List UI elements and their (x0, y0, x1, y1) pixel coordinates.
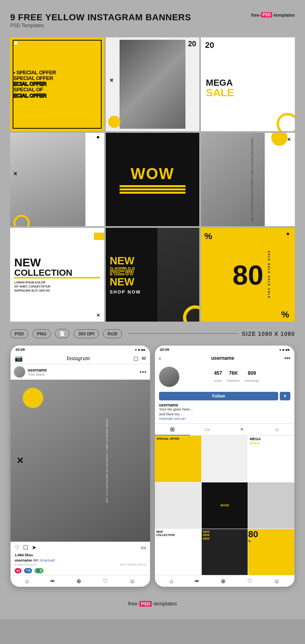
tab-tag[interactable]: ✦ (225, 424, 260, 435)
ig-notification-bar: ●1 ♡9 👤5 (11, 566, 150, 575)
attr-copy-icon: 📄 (55, 329, 70, 338)
ig-profile-header: ‹ username ••• (155, 353, 294, 363)
page-title: 9 FREE YELLOW INSTAGRAM BANNERS (10, 12, 191, 23)
phone-profile-mockup: 20:09 ●■■■ ‹ username ••• 457 posts (155, 346, 294, 587)
attributes-bar: PSD PNG 📄 300 DPI RGB SIZE 1080 X 1080 (10, 329, 295, 338)
stat-following: 809 followings (245, 370, 259, 383)
ig-profile-stats: 457 posts 76K followers 809 followings (155, 363, 294, 390)
nav-profile-icon[interactable]: ☺ (129, 578, 135, 584)
banner-new-collection: NEW COLLECTION LOREM IPSUM DOLORSIT AMET… (10, 228, 104, 322)
stat-posts: 457 posts (214, 370, 222, 383)
ig-follow-row: Follow ▼ (155, 390, 294, 402)
nav-search-icon[interactable]: ⚮ (50, 578, 55, 584)
ig-caption: username Hi!! #marinad (11, 558, 150, 563)
banner-lorem-photo: × LOREM IPSUM DOLOR SIT AMET, CONSECTETU… (201, 133, 295, 227)
ig-tabs: ⊞ ▭ ✦ ☺ (155, 423, 294, 436)
ig-time: 8 MINUTES AGO SEE TRANSLATION (11, 563, 150, 566)
save-icon[interactable]: ▭ (141, 544, 146, 551)
ig-likes: 1.984 likes (11, 552, 150, 558)
banner-fashion-photo: 20 × (106, 37, 200, 131)
ig-post-dots[interactable]: ••• (139, 369, 147, 375)
tab-grid[interactable]: ⊞ (155, 424, 190, 435)
follow-button[interactable]: Follow (159, 392, 278, 400)
notif-badge-2: ♡9 (24, 568, 32, 573)
nav2-search-icon[interactable]: ⚮ (194, 578, 199, 584)
grid-cell-8: NEWNEWNEW (202, 529, 248, 575)
page-header: 9 FREE YELLOW INSTAGRAM BANNERS PSD Temp… (10, 12, 295, 35)
phones-row: 20:09 ●■■■ 📷 Instagram ▢✉ username Your … (10, 346, 295, 587)
profile-dots[interactable]: ••• (284, 355, 290, 361)
bio-text-1: Your bio goes here... (159, 407, 290, 412)
comment-icon[interactable]: ☐ (23, 544, 28, 551)
nav2-profile-icon[interactable]: ☺ (274, 578, 279, 584)
grid-cell-5: WOW (202, 482, 248, 529)
phone1-nav: ⌂ ⚮ ⊕ ♡ ☺ (11, 575, 150, 587)
grid-cell-9: 80 % (248, 529, 294, 575)
back-arrow-icon[interactable]: ‹ (159, 355, 161, 361)
banner-hat-person: × (10, 133, 104, 227)
phone-post-mockup: 20:09 ●■■■ 📷 Instagram ▢✉ username Your … (11, 346, 150, 587)
header-logo: free-PSD-templates (251, 12, 295, 17)
grid-cell-6 (248, 482, 294, 529)
follow-arrow-button[interactable]: ▼ (280, 392, 290, 400)
nav-home-icon[interactable]: ⌂ (25, 578, 28, 584)
ig-post-username: username (28, 368, 137, 372)
ig-actions: ♡ ☐ ➤ ▭ (11, 542, 150, 552)
attr-size: SIZE 1080 X 1080 (242, 331, 295, 337)
profile-username: username (211, 355, 234, 361)
notif-badge-3: 👤5 (35, 568, 44, 573)
banner-new-shop: NEW NEW NEW SHOP NOW (106, 228, 200, 322)
nav-heart-icon[interactable]: ♡ (103, 578, 108, 584)
grid-cell-1: SPECIAL OFFER (155, 436, 201, 482)
banner-mega-sale: 20 MEGA SALE (201, 37, 295, 131)
ig-user-row: username Your place ••• (11, 364, 150, 380)
stat-followers: 76K followers (227, 370, 240, 383)
tab-person[interactable]: ☺ (259, 424, 294, 435)
banner-grid: • SPECIAL OFFER SPECIAL OFFER ECIAL OFFE… (10, 37, 295, 322)
nav2-heart-icon[interactable]: ♡ (247, 578, 253, 584)
banner-wow: WOW (106, 133, 200, 227)
nav-add-icon[interactable]: ⊕ (76, 578, 81, 584)
ig-avatar-1 (14, 366, 25, 378)
banner-special-offer: • SPECIAL OFFER SPECIAL OFFER ECIAL OFFE… (10, 37, 104, 131)
notif-badge-1: ●1 (15, 568, 22, 573)
grid-cell-7: NEWCOLLECTION (155, 529, 201, 575)
page-subtitle: PSD Templates (10, 23, 191, 28)
footer-logo: free-PSD-templates (128, 601, 177, 607)
attr-dpi: 300 DPI (74, 329, 99, 338)
ig-post-place: Your place (28, 372, 137, 376)
nav2-add-icon[interactable]: ⊕ (221, 578, 226, 584)
like-icon[interactable]: ♡ (15, 544, 20, 551)
nav2-home-icon[interactable]: ⌂ (170, 578, 173, 584)
banner-80-sale: % 80 SALE SALE SALE SALE % (201, 228, 295, 322)
share-icon[interactable]: ➤ (32, 544, 37, 551)
profile-avatar (159, 367, 179, 387)
bio-link[interactable]: marinad.com.ar/ (159, 417, 290, 421)
tab-square[interactable]: ▭ (190, 424, 225, 435)
phone2-nav: ⌂ ⚮ ⊕ ♡ ☺ (155, 575, 294, 587)
grid-cell-2 (202, 436, 248, 482)
phone2-status-bar: 20:09 ●■■■ (155, 346, 294, 353)
ig-post-image: ✕ LOREM IPSUM SIT AMET, CONSECTETUR ADIP… (11, 380, 150, 542)
grid-cell-4 (155, 482, 201, 529)
grid-cell-3: MEGASALE (248, 436, 294, 482)
ig-profile-grid: SPECIAL OFFER MEGASALE WOW NEWCOLLECTION… (155, 436, 294, 575)
ig-bio: username Your bio goes here... and here … (155, 402, 294, 423)
footer: free-PSD-templates (10, 594, 295, 611)
attr-rgb: RGB (103, 329, 122, 338)
attr-psd: PSD (10, 329, 28, 338)
ig-logo: Instagram (66, 355, 90, 362)
ig-post-icons: ▢✉ (133, 355, 146, 361)
attr-png: PNG (33, 329, 51, 338)
bio-text-2: and here too. (159, 412, 290, 417)
bio-name: username (159, 403, 290, 407)
phone1-status-bar: 20:09 ●■■■ (11, 346, 150, 353)
ig-post-header: 📷 Instagram ▢✉ (11, 353, 150, 364)
